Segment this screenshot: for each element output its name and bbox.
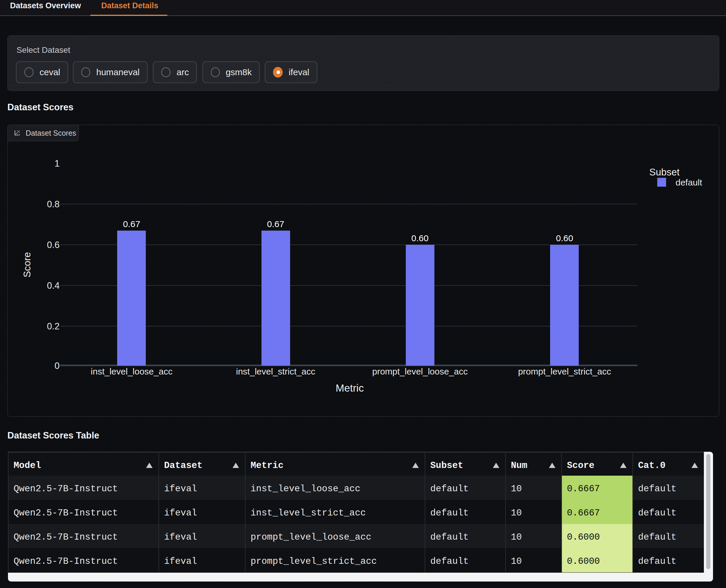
svg-text:0.2: 0.2: [47, 321, 60, 332]
svg-text:inst_level_strict_acc: inst_level_strict_acc: [236, 366, 315, 376]
svg-text:0.60: 0.60: [556, 233, 573, 243]
svg-text:0.60: 0.60: [411, 233, 428, 243]
svg-text:0.67: 0.67: [267, 219, 284, 229]
svg-text:Score: Score: [22, 252, 33, 277]
svg-text:0.4: 0.4: [47, 280, 60, 291]
svg-text:prompt_level_loose_acc: prompt_level_loose_acc: [372, 366, 468, 376]
svg-text:0.8: 0.8: [47, 199, 60, 209]
svg-text:0: 0: [55, 361, 60, 371]
svg-text:inst_level_loose_acc: inst_level_loose_acc: [91, 366, 173, 376]
svg-text:Subset: Subset: [649, 167, 680, 177]
svg-text:0.6: 0.6: [47, 240, 60, 250]
svg-text:default: default: [675, 177, 702, 187]
svg-text:0.67: 0.67: [123, 219, 140, 229]
svg-text:Metric: Metric: [336, 382, 364, 394]
svg-text:1: 1: [55, 159, 60, 169]
svg-text:prompt_level_strict_acc: prompt_level_strict_acc: [518, 366, 611, 376]
